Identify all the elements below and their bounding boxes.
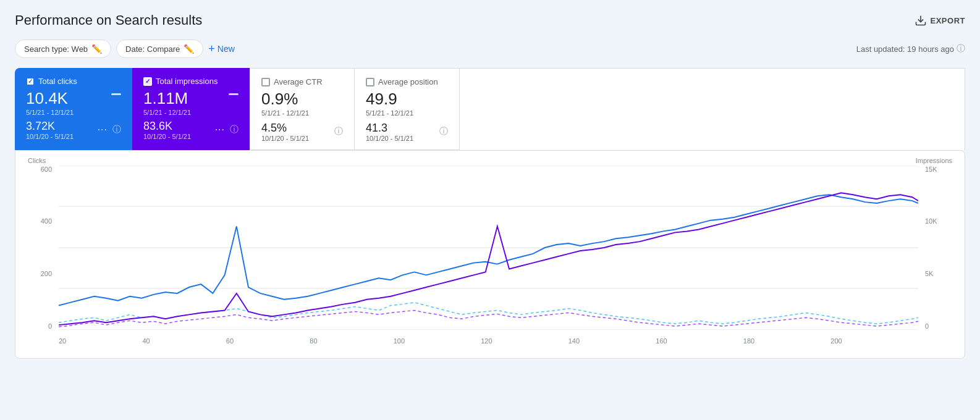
average-ctr-label: Average CTR (274, 77, 323, 86)
total-impressions-more-icon[interactable]: ··· (215, 124, 225, 135)
y-right-0: 0 (925, 322, 929, 330)
total-impressions-label: Total impressions (156, 77, 218, 86)
y-right-10k: 10K (925, 217, 937, 225)
info-circle-icon: ⓘ (957, 43, 965, 54)
average-position-card[interactable]: Average position 49.9 5/1/21 - 12/1/21 4… (355, 68, 460, 150)
total-clicks-info-icon[interactable]: ⓘ (112, 124, 121, 135)
average-position-info-icon[interactable]: ⓘ (439, 126, 448, 137)
average-ctr-card[interactable]: Average CTR 0.9% 5/1/21 - 12/1/21 4.5% 1… (250, 68, 355, 150)
date-label: Date: Compare (125, 44, 180, 54)
average-ctr-compare-date: 10/1/20 - 5/1/21 (261, 135, 309, 142)
average-position-compare-value: 41.3 (366, 122, 413, 135)
x-label-80: 80 (310, 337, 317, 345)
last-updated: Last updated: 19 hours ago ⓘ (856, 43, 965, 54)
x-label-200: 200 (830, 337, 842, 345)
export-label: EXPORT (931, 16, 965, 25)
y-left-0: 0 (48, 322, 52, 330)
total-impressions-compare-value: 83.6K (143, 120, 191, 133)
average-ctr-date: 5/1/21 - 12/1/21 (261, 109, 343, 117)
y-left-label: Clicks (28, 157, 46, 164)
clicks-main-line (59, 195, 918, 305)
total-clicks-compare-date: 10/1/20 - 5/1/21 (26, 133, 74, 140)
search-type-edit-icon: ✏️ (91, 44, 102, 54)
x-label-20: 20 (59, 337, 66, 345)
total-impressions-value: 1.11M (143, 90, 191, 107)
y-left-400: 400 (41, 217, 52, 225)
x-label-100: 100 (394, 337, 405, 345)
total-clicks-card[interactable]: ✓ Total clicks 10.4K 5/1/21 - 12/1/21 3 (15, 68, 132, 150)
x-label-160: 160 (656, 337, 667, 345)
y-right-label: Impressions (916, 157, 952, 164)
y-left-axis: 600 400 200 0 (28, 166, 56, 330)
header-row: Performance on Search results EXPORT (15, 12, 965, 28)
total-impressions-info-icon[interactable]: ⓘ (230, 124, 239, 135)
chart-plot (59, 166, 918, 330)
x-label-120: 120 (481, 337, 492, 345)
y-right-axis: 15K 10K 5K 0 (921, 166, 952, 330)
date-filter[interactable]: Date: Compare ✏️ (116, 40, 203, 58)
average-ctr-checkbox[interactable] (261, 78, 270, 86)
total-clicks-dash (111, 93, 121, 95)
new-filter-label: New (218, 44, 235, 54)
chart-svg (59, 166, 918, 330)
average-ctr-info-icon[interactable]: ⓘ (334, 126, 343, 137)
search-type-filter[interactable]: Search type: Web ✏️ (15, 40, 111, 58)
checkmark-purple-icon: ✓ (145, 78, 150, 85)
x-axis-labels: 20 40 60 80 100 120 140 160 180 200 (59, 337, 918, 345)
average-position-label: Average position (378, 77, 438, 86)
average-position-compare-date: 10/1/20 - 5/1/21 (366, 135, 413, 142)
average-position-value: 49.9 (366, 90, 448, 108)
y-right-15k: 15K (925, 166, 937, 173)
impressions-compare-line (59, 310, 918, 327)
x-label-180: 180 (743, 337, 754, 345)
total-impressions-checkbox[interactable]: ✓ (143, 77, 152, 86)
export-button[interactable]: EXPORT (915, 14, 965, 27)
total-impressions-card[interactable]: ✓ Total impressions 1.11M 5/1/21 - 12/1/… (132, 68, 250, 150)
average-position-checkbox[interactable] (366, 78, 374, 86)
date-edit-icon: ✏️ (184, 44, 194, 54)
main-content: ✓ Total clicks 10.4K 5/1/21 - 12/1/21 3 (15, 68, 965, 359)
chart-area: Clicks Impressions 600 400 200 0 15K 10K… (28, 157, 952, 348)
average-ctr-compare-value: 4.5% (261, 122, 309, 135)
x-label-40: 40 (142, 337, 150, 345)
impressions-main-line (59, 193, 918, 325)
filter-row: Search type: Web ✏️ Date: Compare ✏️ + N… (15, 40, 965, 58)
metrics-spacer (460, 68, 965, 150)
average-ctr-value: 0.9% (261, 90, 343, 108)
checkmark-icon: ✓ (28, 78, 33, 85)
y-left-200: 200 (41, 270, 52, 277)
page-title: Performance on Search results (15, 12, 202, 28)
total-clicks-date: 5/1/21 - 12/1/21 (26, 109, 74, 116)
metrics-row: ✓ Total clicks 10.4K 5/1/21 - 12/1/21 3 (15, 68, 965, 150)
chart-card: Clicks Impressions 600 400 200 0 15K 10K… (15, 150, 965, 359)
total-impressions-date: 5/1/21 - 12/1/21 (143, 109, 191, 116)
total-clicks-compare-value: 3.72K (26, 120, 74, 133)
total-clicks-more-icon[interactable]: ··· (98, 124, 108, 135)
total-clicks-checkbox[interactable]: ✓ (26, 77, 35, 86)
x-label-140: 140 (568, 337, 580, 345)
x-label-60: 60 (226, 337, 234, 345)
plus-icon: + (208, 43, 215, 56)
total-clicks-value: 10.4K (26, 90, 74, 107)
search-type-label: Search type: Web (24, 44, 88, 54)
page-container: Performance on Search results EXPORT Sea… (0, 0, 980, 420)
average-position-date: 5/1/21 - 12/1/21 (366, 109, 448, 117)
total-impressions-dash (229, 93, 239, 95)
total-impressions-compare-date: 10/1/20 - 5/1/21 (143, 133, 191, 140)
y-right-5k: 5K (925, 270, 933, 277)
y-left-600: 600 (41, 166, 52, 173)
new-filter-button[interactable]: + New (208, 43, 235, 56)
total-clicks-label: Total clicks (38, 77, 77, 86)
export-icon (915, 14, 927, 27)
